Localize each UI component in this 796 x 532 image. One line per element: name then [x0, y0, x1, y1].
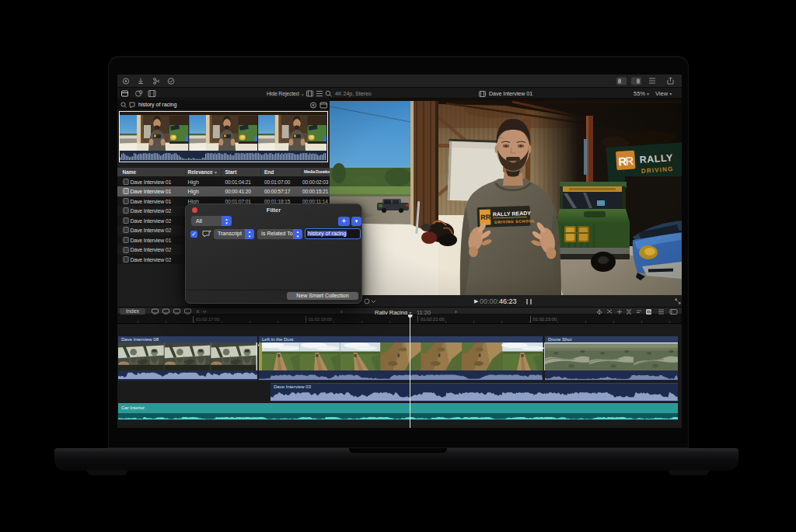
svg-text:Left in the Dust: Left in the Dust [262, 337, 294, 342]
svg-text:Dave Interview 03: Dave Interview 03 [274, 384, 312, 389]
svg-text:Drone Shot: Drone Shot [548, 337, 572, 342]
svg-text:Dave Interview 08: Dave Interview 08 [121, 337, 159, 342]
svg-text:Car Interior: Car Interior [121, 405, 145, 410]
